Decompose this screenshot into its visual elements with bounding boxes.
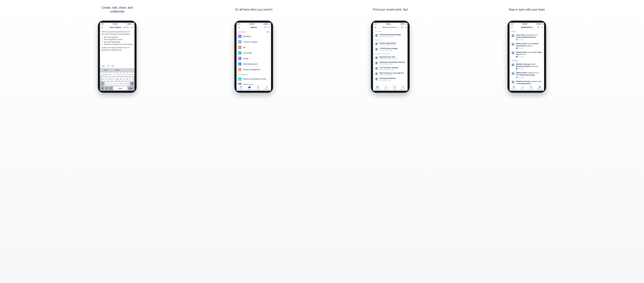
search-icon[interactable]	[401, 26, 403, 28]
key-c[interactable]: c	[112, 82, 115, 86]
gear-icon[interactable]	[238, 26, 240, 28]
tab-your-work[interactable]: Your work	[236, 85, 245, 91]
key-u[interactable]: u	[121, 72, 124, 76]
space-row[interactable]: ◆HR›	[236, 45, 271, 50]
key-shift[interactable]: ⇧	[100, 82, 104, 86]
suggestion-3[interactable]	[123, 68, 134, 72]
work-item[interactable]: 👤FY2018 Marketing StrategyMarketing | Al…	[373, 33, 408, 38]
work-item[interactable]: 👤What should our new logo be?Design | Je…	[373, 71, 408, 76]
bluetooth-icon: ᛒ	[400, 23, 401, 25]
work-item[interactable]: 👤Project requirementsExec team | David S…	[373, 41, 408, 47]
filter-dropdown[interactable]: Recently worked on▼	[382, 26, 398, 28]
suggestion-2[interactable]: nexts	[112, 68, 123, 72]
chevron-down-icon: ▼	[397, 27, 398, 28]
key-o[interactable]: o	[128, 72, 131, 76]
publish-button[interactable]: Publish	[123, 26, 129, 28]
key-a[interactable]: a	[102, 77, 105, 81]
key-s[interactable]: s	[105, 77, 108, 81]
search-icon[interactable]	[264, 26, 266, 28]
tab-activity[interactable]: Activity	[527, 85, 536, 91]
space-row[interactable]: ◆Web Development›	[236, 61, 271, 67]
editor-outro: I spoke to the team and they're keen to …	[102, 47, 129, 51]
work-item[interactable]: 👤FY2018 Hiring strategyHR team | Moira C…	[373, 46, 408, 52]
suggestion-1[interactable]: "next"	[100, 68, 112, 72]
key-123[interactable]: 123	[100, 86, 104, 90]
key-q[interactable]: q	[100, 72, 103, 76]
text-style-button[interactable]: Abc	[102, 65, 105, 67]
tab-your-work[interactable]: Your work	[373, 85, 382, 91]
key-emoji[interactable]: ☺	[105, 86, 108, 90]
list-icon[interactable]	[112, 65, 114, 67]
edit-button[interactable]: Edit	[266, 31, 269, 33]
space-icon: ◆	[238, 78, 241, 80]
key-b[interactable]: b	[119, 82, 122, 86]
space-row[interactable]: ◆Mobile Team›	[236, 82, 271, 85]
tab-activity[interactable]: Activity	[254, 85, 262, 91]
key-g[interactable]: g	[116, 77, 119, 81]
key-y[interactable]: y	[118, 72, 120, 76]
key-h[interactable]: h	[119, 77, 122, 81]
space-row[interactable]: ◆Product Management›	[236, 67, 271, 72]
tab-notifications[interactable]: Notifications	[399, 85, 408, 91]
key-w[interactable]: w	[104, 72, 107, 76]
key-l[interactable]: l	[130, 77, 132, 81]
key-z[interactable]: z	[105, 82, 108, 86]
gear-icon[interactable]	[374, 26, 376, 28]
key-f[interactable]: f	[112, 77, 115, 81]
tab-spaces[interactable]: Spaces	[382, 85, 390, 91]
key-m[interactable]: m	[126, 82, 130, 86]
more-icon[interactable]: •••	[130, 26, 133, 28]
avatar: 👤	[375, 56, 378, 60]
tab-spaces[interactable]: Spaces	[518, 85, 527, 91]
notification-item[interactable]: 👤Madeline Kennedy shared Branding Guidel…	[510, 62, 544, 71]
bell-icon	[266, 86, 268, 88]
key-i[interactable]: i	[124, 72, 127, 76]
key-r[interactable]: r	[111, 72, 114, 76]
gear-icon[interactable]	[511, 26, 513, 28]
key-j[interactable]: j	[122, 77, 126, 81]
key-mic[interactable]	[109, 86, 113, 90]
key-space[interactable]: space	[113, 86, 127, 90]
key-delete[interactable]: ⌫	[130, 82, 134, 86]
key-return[interactable]: return	[128, 86, 134, 90]
dismiss-icon[interactable]: ✕	[541, 60, 542, 62]
notification-item[interactable]: 👤William Smith mentioned you in FY17 Mar…	[510, 71, 544, 79]
work-item[interactable]: 👤Employee onboarding materialsHR team | …	[373, 60, 408, 66]
work-item[interactable]: 👤Squirrels team retroSquirrels Dev team …	[373, 55, 408, 60]
tab-your-work[interactable]: Your work	[510, 85, 518, 91]
work-item[interactable]: 👤FY17 business strategyMarketing | Willi…	[373, 66, 408, 71]
space-row[interactable]: ◆Design›	[236, 56, 271, 61]
space-row[interactable]: ◆Customer Support›	[236, 39, 271, 45]
notification-item[interactable]: 👤Alana Grant mentioned you in Outbound M…	[510, 33, 544, 42]
editor-body[interactable]: There are several improvements for the n…	[100, 30, 134, 64]
text-size-icon[interactable]: πT	[107, 65, 109, 67]
tab-notifications[interactable]: Notifications	[536, 85, 544, 91]
key-e[interactable]: e	[107, 72, 110, 76]
dismiss-icon[interactable]: ✕	[541, 31, 542, 32]
work-item[interactable]: 👤Branding GuidelinesDesign | Nick Jones	[373, 76, 408, 82]
key-n[interactable]: n	[123, 82, 126, 86]
space-row[interactable]: ◆Accounting›	[236, 50, 271, 56]
search-icon[interactable]	[537, 26, 540, 28]
space-row[interactable]: ◆Marketing›	[236, 34, 271, 39]
tab-spaces[interactable]: Spaces	[245, 85, 254, 91]
notification-item[interactable]: 👤William Smith shared Jane's Blog Post w…	[510, 50, 544, 59]
key-k[interactable]: k	[126, 77, 129, 81]
key-x[interactable]: x	[108, 82, 112, 86]
tab-notifications[interactable]: Notifications	[262, 85, 271, 91]
add-icon[interactable]: +	[268, 26, 270, 29]
key-v[interactable]: v	[116, 82, 119, 86]
key-d[interactable]: d	[109, 77, 112, 81]
notification-badge-icon: ↗	[516, 68, 518, 70]
add-icon[interactable]: +	[541, 26, 543, 29]
space-row[interactable]: ◆Business Development Team›	[236, 76, 271, 82]
notification-badge-icon: ↗	[516, 56, 518, 58]
space-label: Product Management	[243, 68, 267, 70]
notification-item[interactable]: 👤William Smith shared Product requiremen…	[510, 42, 544, 50]
add-icon[interactable]: +	[404, 26, 406, 29]
notification-item[interactable]: 👤Madeline Kennedy assigned a task on Mar…	[510, 79, 544, 85]
key-p[interactable]: p	[131, 72, 134, 76]
key-t[interactable]: t	[114, 72, 117, 76]
close-icon[interactable]: ✕	[101, 26, 103, 29]
tab-activity[interactable]: Activity	[390, 85, 399, 91]
